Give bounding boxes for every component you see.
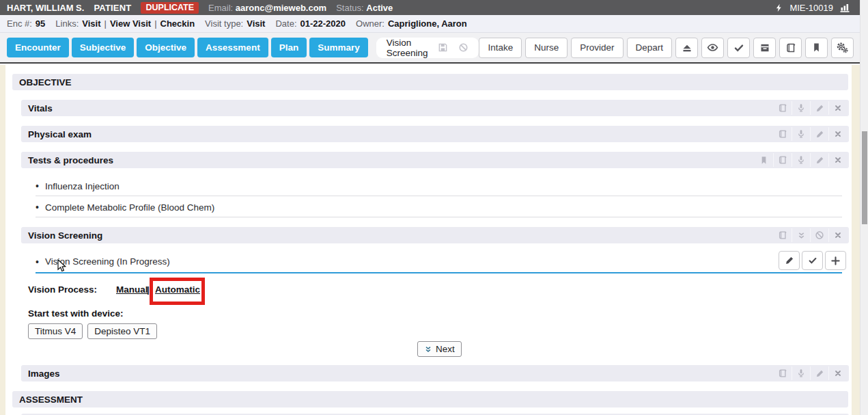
provider-button[interactable]: Provider <box>571 38 623 58</box>
enc-number-value: 95 <box>36 18 45 29</box>
vision-item-actions <box>779 251 846 270</box>
link-view-visit[interactable]: View Visit <box>110 18 151 29</box>
ban-icon[interactable] <box>810 228 828 242</box>
device-depisteo-vt1-button[interactable]: Depisteo VT1 <box>87 323 157 339</box>
pencil-icon[interactable] <box>779 251 800 270</box>
owner-label: Owner: <box>356 18 384 29</box>
microphone-icon[interactable] <box>792 153 810 167</box>
start-test-device-label: Start test with device: <box>28 308 124 319</box>
journal-icon[interactable] <box>773 366 792 380</box>
vision-process-manual-link[interactable]: Manual <box>116 284 148 295</box>
duplicate-badge[interactable]: DUPLICATE <box>141 2 199 14</box>
link-visit[interactable]: Visit <box>82 18 100 29</box>
link-separator: | <box>154 18 156 29</box>
journal-icon[interactable] <box>773 101 792 115</box>
close-icon[interactable] <box>828 366 847 380</box>
eject-icon[interactable] <box>675 38 698 58</box>
status-value: Active <box>366 3 393 13</box>
section-assessment[interactable]: ASSESSMENT <box>12 391 848 407</box>
panel-physical-exam[interactable]: Physical exam <box>21 126 849 142</box>
bullet: • <box>36 256 39 267</box>
vertical-scrollbar[interactable] <box>860 0 868 415</box>
patient-status: Status: Active <box>336 3 393 13</box>
journal-icon[interactable] <box>773 127 792 141</box>
bar-chart-icon[interactable] <box>839 2 850 13</box>
lightning-icon[interactable] <box>774 3 783 12</box>
date-label: Date: <box>275 18 296 29</box>
section-objective[interactable]: OBJECTIVE <box>12 74 848 90</box>
bullet: • <box>36 180 39 191</box>
pencil-icon[interactable] <box>810 366 828 380</box>
intake-button[interactable]: Intake <box>479 38 522 58</box>
link-separator: | <box>104 18 107 29</box>
close-icon[interactable] <box>828 153 847 167</box>
archive-icon[interactable] <box>753 38 776 58</box>
pencil-icon[interactable] <box>810 127 828 141</box>
panel-vitals[interactable]: Vitals <box>21 100 849 116</box>
list-item-vision-screening-in-progress[interactable]: • Vision Screening (In Progress) <box>36 251 842 273</box>
device-titmus-v4-button[interactable]: Titmus V4 <box>28 323 83 339</box>
chart-toolbar: Encounter Subjective Objective Assessmen… <box>0 33 860 64</box>
vision-process-separator: | <box>147 284 150 295</box>
journal-icon[interactable] <box>779 38 802 58</box>
panel-vision-title: Vision Screening <box>28 230 102 241</box>
next-button[interactable]: Next <box>417 341 462 357</box>
journal-icon[interactable] <box>773 153 792 167</box>
gears-icon[interactable] <box>831 38 854 58</box>
check-icon[interactable] <box>727 38 750 58</box>
tab-plan[interactable]: Plan <box>271 38 307 57</box>
check-icon[interactable] <box>802 251 823 270</box>
panel-vitals-title: Vitals <box>28 103 53 113</box>
patient-role-label: PATIENT <box>94 3 131 13</box>
vision-process-automatic-link[interactable]: Automatic <box>155 284 200 295</box>
tab-assessment[interactable]: Assessment <box>197 38 268 57</box>
collapse-icon[interactable] <box>792 228 810 242</box>
microphone-icon[interactable] <box>792 366 810 380</box>
encounter-info-bar: Enc #: 95 Links: Visit | View Visit | Ch… <box>0 15 860 33</box>
depart-button[interactable]: Depart <box>627 38 673 58</box>
panel-physical-exam-title: Physical exam <box>28 129 92 139</box>
panel-vision-screening[interactable]: Vision Screening <box>21 227 849 243</box>
email-label: Email: <box>208 3 233 13</box>
close-icon[interactable] <box>828 101 847 115</box>
journal-icon[interactable] <box>773 228 792 242</box>
list-item-metabolic-profile[interactable]: • Complete Metabolic Profile (Blood Chem… <box>36 198 842 217</box>
nurse-button[interactable]: Nurse <box>525 38 568 58</box>
left-margin-strip <box>0 65 5 415</box>
section-objective-title: OBJECTIVE <box>19 77 72 88</box>
toolbar-right-group: Intake Nurse Provider Depart <box>479 38 854 58</box>
visit-type-value: Visit <box>247 18 265 29</box>
pencil-icon[interactable] <box>810 153 828 167</box>
status-label: Status: <box>336 3 363 13</box>
panel-tests-procedures[interactable]: Tests & procedures <box>21 152 849 168</box>
plus-icon[interactable] <box>825 251 846 270</box>
microphone-icon[interactable] <box>792 101 810 115</box>
bookmark-icon[interactable] <box>755 153 773 167</box>
tab-summary[interactable]: Summary <box>309 38 368 57</box>
document-title-pill: Vision Screening <box>376 38 479 58</box>
document-title: Vision Screening <box>387 38 428 58</box>
tab-objective[interactable]: Objective <box>137 38 195 57</box>
panel-images[interactable]: Images <box>21 365 849 381</box>
tab-subjective[interactable]: Subjective <box>72 38 135 57</box>
section-assessment-title: ASSESSMENT <box>19 394 83 405</box>
link-checkin[interactable]: Checkin <box>160 18 195 29</box>
system-code: MIE-10019 <box>789 3 833 13</box>
close-icon[interactable] <box>828 228 847 242</box>
microphone-icon[interactable] <box>792 127 810 141</box>
eye-icon[interactable] <box>701 38 724 58</box>
close-icon[interactable] <box>828 127 847 141</box>
next-button-label: Next <box>436 344 455 354</box>
bookmark-icon[interactable] <box>805 38 828 58</box>
date-value: 01-22-2020 <box>300 18 346 29</box>
owner-value: Capriglione, Aaron <box>388 18 467 29</box>
list-item-influenza[interactable]: • Influenza Injection <box>36 176 842 196</box>
tab-encounter[interactable]: Encounter <box>7 38 69 57</box>
pencil-icon[interactable] <box>810 101 828 115</box>
save-icon[interactable] <box>438 42 448 53</box>
content-area: OBJECTIVE Vitals Physical exam Tes <box>0 65 860 415</box>
scrollbar-thumb[interactable] <box>862 131 867 224</box>
ban-icon[interactable] <box>458 42 468 53</box>
item-label: Complete Metabolic Profile (Blood Chem) <box>45 202 214 213</box>
patient-header-bar: HART, WILLIAM S. PATIENT DUPLICATE Email… <box>0 0 860 15</box>
